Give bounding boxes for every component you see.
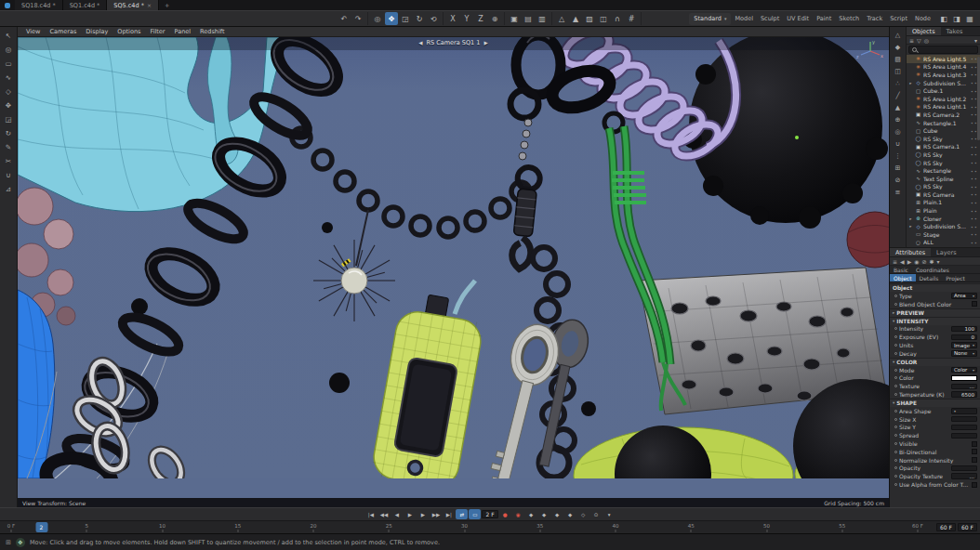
polygon-mode-icon[interactable]: ▲ [892,101,905,113]
history-back-icon[interactable]: ◀ [900,258,905,265]
expand-caret-icon[interactable]: ▸ [908,224,913,229]
camera-label[interactable]: ◀ RS Camera SQ1 1 ▶ [418,39,487,46]
filter-icon[interactable]: ▽ [917,37,921,44]
object-row[interactable]: ✳RS Area Light.4∙∙ [907,63,980,72]
keyframe-dot[interactable] [894,426,897,428]
undo-icon[interactable]: ↶ [338,12,351,25]
keyframe-dot[interactable] [894,434,897,437]
camera-next-icon[interactable]: ▶ [483,40,487,46]
autokey-toggle[interactable]: ◉ [512,509,524,519]
move-tool-icon[interactable]: ✥ [2,98,16,111]
object-row[interactable]: ✳RS Area Light.2∙∙ [907,95,980,103]
layout-tab-script[interactable]: Script [886,15,911,22]
panel-layout-1-icon[interactable]: ◧ [937,12,950,25]
attribute-tab-project[interactable]: Project [942,274,969,282]
checkbox[interactable] [972,301,977,307]
keyframe-dot[interactable] [894,418,897,421]
keyframe-dot[interactable] [894,385,897,387]
viewport-menu-view[interactable]: View [21,28,45,35]
playback-rate-dropdown[interactable]: ▾ [603,509,616,519]
value-field[interactable] [951,465,977,472]
pin-icon[interactable]: ◉ [914,258,919,265]
goto-end-button[interactable]: ▶| [443,509,455,519]
magnet-tool-icon[interactable]: ∪ [2,168,16,181]
keyframe-dot[interactable] [894,369,897,372]
search-input[interactable] [920,47,974,53]
object-row[interactable]: ▭Stage∙∙ [907,230,980,239]
ruler-track[interactable]: 0 F51015202530354045505560 F2 [2,521,932,533]
checkbox[interactable] [972,482,977,488]
value-field[interactable]: 0 [951,334,977,341]
keyframe-dot[interactable] [894,295,897,297]
value-field[interactable]: 6500 [951,391,977,398]
lock-icon[interactable]: ⊘ [922,258,927,265]
visibility-dots[interactable]: ∙∙ [971,240,978,245]
snap-icon[interactable]: ∩ [611,12,624,25]
playback-range-toggle[interactable]: ▭ [469,509,481,519]
viewport-menu-filter[interactable]: Filter [145,28,169,35]
model-mode-icon[interactable]: ◆ [892,41,905,53]
panel-layout-3-icon[interactable]: ▦ [963,12,976,25]
texture-mode-icon[interactable]: ▨ [583,12,596,25]
layout-tab-node[interactable]: Node [911,15,934,22]
lock-x-icon[interactable]: X [446,12,459,25]
keyframe-dot[interactable] [894,335,897,338]
play-button[interactable]: ▶ [404,509,416,519]
section-shape[interactable]: ▾ SHAPE [890,399,980,407]
select-arrow-icon[interactable]: ↖ [2,29,16,42]
record-position-toggle[interactable]: ◆ [525,509,537,519]
expand-caret-icon[interactable]: ▸ [908,216,913,221]
visibility-dots[interactable]: ∙∙ [971,208,978,214]
dropdown[interactable]: Color▾ [951,367,977,373]
document-tab[interactable]: SQ5.c4d *× [107,0,159,10]
color-swatch[interactable] [951,375,977,381]
object-row[interactable]: ∿Rectangle∙∙ [907,166,980,175]
section-intensity[interactable]: ▾ INTENSITY [890,317,980,325]
value-field[interactable]: 100 [951,326,977,333]
object-row[interactable]: ▸◇Subdivision Surface.1∙∙ [907,79,980,87]
checkbox[interactable] [972,441,977,447]
visibility-dots[interactable]: ∙∙ [971,168,978,174]
keyframe-dot[interactable] [894,410,897,412]
rotate-tool-icon[interactable]: ↻ [2,126,16,139]
document-tab[interactable]: SQ1.c4d * [63,0,108,10]
history-forward-icon[interactable]: ▶ [907,258,912,265]
edge-mode-icon[interactable]: ╱ [892,89,905,101]
polygon-selection-icon[interactable]: ◇ [2,85,16,98]
end-frame-field[interactable]: 60 F [936,523,956,531]
keyframe-dot[interactable] [894,303,897,306]
viewport-menu-display[interactable]: Display [81,28,113,35]
new-document-button[interactable]: + [159,0,175,10]
visibility-dots[interactable]: ∙∙ [971,200,978,205]
object-row[interactable]: ⊞Plain.1∙∙ [907,199,980,207]
last-tool-icon[interactable]: ⟲ [427,12,440,25]
section-color[interactable]: ▾ COLOR [890,358,980,366]
lasso-selection-icon[interactable]: ∿ [2,71,16,84]
record-rotation-toggle[interactable]: ◆ [551,509,563,519]
panel-tab-layers[interactable]: Layers [931,248,962,256]
knife-tool-icon[interactable]: ✂ [2,154,16,167]
object-row[interactable]: ✳RS Area Light.1∙∙ [907,103,980,111]
snap-toggle-icon[interactable]: ∪ [892,138,905,150]
enable-axis-icon[interactable]: ⊕ [892,113,905,125]
keyframe-selection-toggle[interactable]: ⊙ [590,509,603,519]
quantize-icon[interactable]: ⋮ [892,150,905,162]
expand-caret-icon[interactable]: ▸ [908,81,913,85]
light-handle-dot[interactable] [795,136,799,139]
attribute-tab-basic[interactable]: Basic [890,266,912,273]
record-pla-toggle[interactable]: ◇ [577,509,589,519]
coord-system-icon[interactable]: ⊕ [488,12,501,25]
scale-icon[interactable]: ◲ [399,12,412,25]
measure-tool-icon[interactable]: ⊿ [2,182,16,195]
attribute-tab-coordinates[interactable]: Coordinates [912,266,953,273]
close-icon[interactable]: × [147,2,152,8]
panel-layout-2-icon[interactable]: ◨ [950,12,963,25]
visibility-dots[interactable]: ∙∙ [971,191,978,197]
object-row[interactable]: ✳RS Area Light.3∙∙ [907,71,980,79]
keyframe-dot[interactable] [894,393,897,396]
make-editable-icon[interactable]: △ [892,29,905,41]
panel-tab-attributes[interactable]: Attributes [890,248,931,256]
brush-tool-icon[interactable]: ✎ [2,140,16,153]
eye-icon[interactable]: ◎ [924,37,929,44]
lock-icon[interactable]: ⊘ [892,174,905,186]
